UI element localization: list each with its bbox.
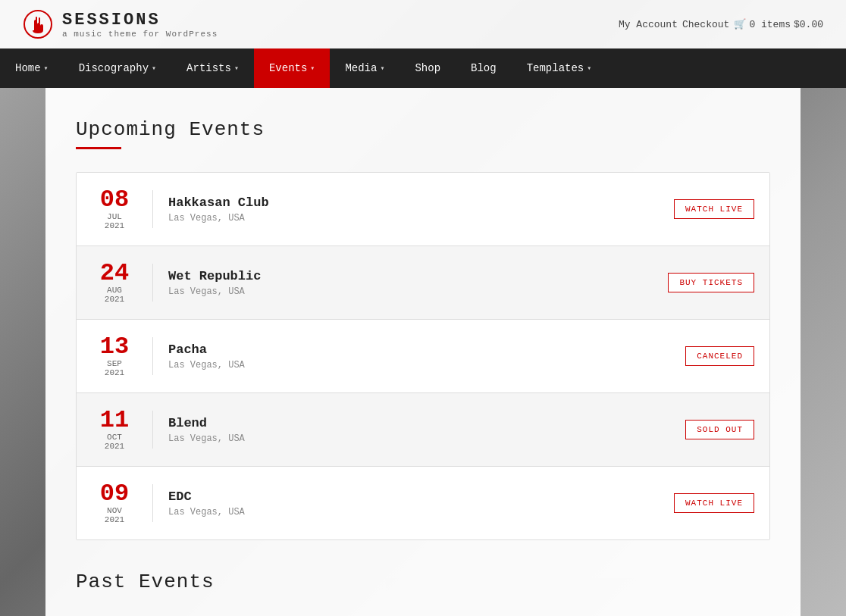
event-day: 13 bbox=[92, 335, 137, 359]
chevron-down-icon: ▾ bbox=[380, 64, 384, 73]
event-year: 2021 bbox=[92, 442, 137, 451]
nav-item-discography[interactable]: Discography ▾ bbox=[64, 48, 171, 88]
content-area: Upcoming Events 08 JUL 2021 Hakkasan Clu… bbox=[45, 88, 801, 616]
cart-icon-area: 🛒 0 items $0.00 bbox=[734, 18, 823, 30]
nav-item-shop[interactable]: Shop bbox=[400, 48, 456, 88]
title-underline bbox=[76, 147, 121, 149]
cart-items: 0 items bbox=[749, 19, 791, 30]
table-row: 08 JUL 2021 Hakkasan Club Las Vegas, USA… bbox=[77, 173, 769, 246]
site-header: SESSIONS a music theme for WordPress My … bbox=[0, 0, 846, 48]
cart-total: $0.00 bbox=[794, 19, 823, 30]
sold-out-button[interactable]: SOLD OUT bbox=[685, 420, 754, 439]
nav-item-home[interactable]: Home ▾ bbox=[0, 48, 64, 88]
event-name: Pacha bbox=[168, 342, 685, 357]
logo-area: SESSIONS a music theme for WordPress bbox=[23, 9, 218, 39]
event-day: 08 bbox=[92, 188, 137, 212]
cart-icon: 🛒 bbox=[734, 18, 746, 30]
table-row: 24 AUG 2021 Wet Republic Las Vegas, USA … bbox=[77, 246, 769, 320]
event-date: 11 OCT 2021 bbox=[92, 408, 137, 451]
past-events-title: Past Events bbox=[76, 571, 770, 593]
site-title: SESSIONS bbox=[62, 11, 218, 30]
event-divider bbox=[152, 411, 153, 449]
event-action: CANCELED bbox=[685, 346, 754, 366]
event-location: Las Vegas, USA bbox=[168, 507, 674, 518]
event-name: Hakkasan Club bbox=[168, 195, 674, 210]
svg-rect-1 bbox=[36, 17, 37, 23]
event-year: 2021 bbox=[92, 515, 137, 524]
logo-text-block: SESSIONS a music theme for WordPress bbox=[62, 11, 218, 39]
event-date: 24 AUG 2021 bbox=[92, 261, 137, 304]
buy-tickets-button[interactable]: BUY TICKETS bbox=[668, 273, 754, 292]
header-right: My Account Checkout 🛒 0 items $0.00 bbox=[619, 18, 823, 30]
events-list: 08 JUL 2021 Hakkasan Club Las Vegas, USA… bbox=[76, 172, 770, 540]
table-row: 11 OCT 2021 Blend Las Vegas, USA SOLD OU… bbox=[77, 393, 769, 467]
event-divider bbox=[152, 484, 153, 522]
chevron-down-icon: ▾ bbox=[587, 64, 591, 73]
event-date: 09 NOV 2021 bbox=[92, 482, 137, 524]
event-month: OCT bbox=[92, 433, 137, 442]
nav-item-blog[interactable]: Blog bbox=[456, 48, 512, 88]
event-location: Las Vegas, USA bbox=[168, 360, 685, 371]
event-action: SOLD OUT bbox=[685, 420, 754, 439]
main-nav: Home ▾ Discography ▾ Artists ▾ Events ▾ … bbox=[0, 48, 846, 88]
event-divider bbox=[152, 190, 153, 228]
event-day: 09 bbox=[92, 482, 137, 506]
event-day: 11 bbox=[92, 408, 137, 433]
event-date: 13 SEP 2021 bbox=[92, 335, 137, 377]
checkout-link[interactable]: Checkout bbox=[682, 19, 729, 30]
chevron-down-icon: ▾ bbox=[234, 64, 239, 73]
event-divider bbox=[152, 264, 153, 302]
event-info: Blend Las Vegas, USA bbox=[168, 416, 685, 444]
nav-item-artists[interactable]: Artists ▾ bbox=[171, 48, 254, 88]
site-tagline: a music theme for WordPress bbox=[62, 30, 218, 39]
table-row: 13 SEP 2021 Pacha Las Vegas, USA CANCELE… bbox=[77, 320, 769, 393]
canceled-button[interactable]: CANCELED bbox=[685, 346, 754, 366]
event-day: 24 bbox=[92, 261, 137, 286]
event-action: WATCH LIVE bbox=[674, 199, 754, 219]
page-wrapper: SESSIONS a music theme for WordPress My … bbox=[0, 0, 846, 616]
event-month: JUL bbox=[92, 212, 137, 221]
nav-item-templates[interactable]: Templates ▾ bbox=[512, 48, 607, 88]
svg-rect-2 bbox=[39, 17, 40, 23]
nav-item-media[interactable]: Media ▾ bbox=[330, 48, 400, 88]
event-name: Wet Republic bbox=[168, 269, 668, 283]
event-location: Las Vegas, USA bbox=[168, 433, 685, 444]
upcoming-events-title: Upcoming Events bbox=[76, 118, 770, 141]
watch-live-button-2[interactable]: WATCH LIVE bbox=[674, 493, 754, 513]
table-row: 09 NOV 2021 EDC Las Vegas, USA WATCH LIV… bbox=[77, 467, 769, 539]
event-name: Blend bbox=[168, 416, 685, 430]
event-location: Las Vegas, USA bbox=[168, 213, 674, 224]
my-account-link[interactable]: My Account bbox=[619, 19, 678, 30]
event-month: AUG bbox=[92, 286, 137, 295]
watch-live-button[interactable]: WATCH LIVE bbox=[674, 199, 754, 219]
event-date: 08 JUL 2021 bbox=[92, 188, 137, 230]
event-month: SEP bbox=[92, 359, 137, 368]
event-year: 2021 bbox=[92, 368, 137, 377]
event-location: Las Vegas, USA bbox=[168, 286, 668, 297]
chevron-down-icon: ▾ bbox=[152, 64, 156, 73]
event-action: BUY TICKETS bbox=[668, 273, 754, 292]
event-info: Hakkasan Club Las Vegas, USA bbox=[168, 195, 674, 224]
chevron-down-icon: ▾ bbox=[310, 64, 315, 73]
event-year: 2021 bbox=[92, 221, 137, 230]
event-info: Pacha Las Vegas, USA bbox=[168, 342, 685, 371]
event-info: Wet Republic Las Vegas, USA bbox=[168, 269, 668, 297]
nav-item-events[interactable]: Events ▾ bbox=[254, 48, 330, 88]
event-divider bbox=[152, 337, 153, 375]
logo-icon bbox=[23, 9, 53, 39]
chevron-down-icon: ▾ bbox=[44, 64, 49, 73]
event-name: EDC bbox=[168, 489, 674, 504]
event-year: 2021 bbox=[92, 295, 137, 304]
event-action: WATCH LIVE bbox=[674, 493, 754, 513]
event-month: NOV bbox=[92, 506, 137, 515]
event-info: EDC Las Vegas, USA bbox=[168, 489, 674, 518]
